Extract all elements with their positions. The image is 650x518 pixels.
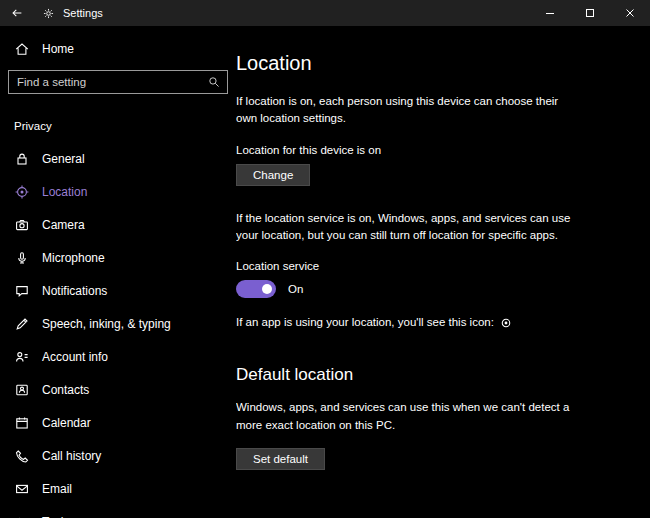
location-service-label: Location service	[236, 260, 630, 272]
location-intro-text: If location is on, each person using thi…	[236, 93, 581, 128]
location-service-row: On	[236, 280, 630, 298]
contacts-icon	[14, 382, 30, 398]
caption-buttons	[530, 0, 650, 26]
device-location-label: Location for this device is on	[236, 144, 630, 156]
location-service-description: If the location service is on, Windows, …	[236, 210, 581, 245]
toggle-state-label: On	[288, 283, 303, 295]
camera-icon	[14, 217, 30, 233]
sidebar-item-label: Home	[42, 42, 74, 56]
change-button[interactable]: Change	[236, 164, 310, 186]
main-content: Location If location is on, each person …	[236, 26, 650, 518]
sidebar-item-label: Speech, inking, & typing	[42, 317, 171, 331]
microphone-icon	[14, 250, 30, 266]
pen-icon	[14, 316, 30, 332]
account-icon	[14, 349, 30, 365]
back-arrow-icon	[10, 6, 24, 20]
window-title: Settings	[63, 7, 103, 19]
email-icon	[14, 481, 30, 497]
tasks-icon	[14, 514, 30, 518]
sidebar-item-label: Calendar	[42, 416, 91, 430]
search-input[interactable]	[9, 76, 201, 88]
window-body: Home Privacy General Location	[0, 26, 650, 518]
sidebar-item-label: Microphone	[42, 251, 105, 265]
page-title: Location	[236, 52, 630, 75]
sidebar-item-calendar[interactable]: Calendar	[0, 406, 236, 439]
phone-icon	[14, 448, 30, 464]
default-location-title: Default location	[236, 365, 630, 385]
location-icon	[14, 184, 30, 200]
sidebar-item-location[interactable]: Location	[0, 175, 236, 208]
sidebar-item-account-info[interactable]: Account info	[0, 340, 236, 373]
sidebar-item-general[interactable]: General	[0, 142, 236, 175]
sidebar-item-label: General	[42, 152, 85, 166]
minimize-button[interactable]	[530, 0, 570, 26]
sidebar-item-tasks[interactable]: Tasks	[0, 505, 236, 518]
sidebar-item-label: Location	[42, 185, 87, 199]
sidebar-item-notifications[interactable]: Notifications	[0, 274, 236, 307]
titlebar: Settings	[0, 0, 650, 26]
sidebar-item-camera[interactable]: Camera	[0, 208, 236, 241]
search-box	[8, 70, 228, 94]
notification-icon	[14, 283, 30, 299]
sidebar-item-label: Tasks	[42, 515, 73, 518]
location-service-toggle[interactable]	[236, 280, 276, 298]
maximize-button[interactable]	[570, 0, 610, 26]
sidebar-item-contacts[interactable]: Contacts	[0, 373, 236, 406]
sidebar-item-label: Email	[42, 482, 72, 496]
location-icon-note: If an app is using your location, you'll…	[236, 314, 630, 331]
sidebar-item-home[interactable]: Home	[0, 34, 236, 64]
sidebar-item-label: Contacts	[42, 383, 89, 397]
sidebar: Home Privacy General Location	[0, 26, 236, 518]
calendar-icon	[14, 415, 30, 431]
search-icon[interactable]	[201, 71, 227, 93]
sidebar-item-label: Call history	[42, 449, 101, 463]
sidebar-item-speech[interactable]: Speech, inking, & typing	[0, 307, 236, 340]
home-icon	[14, 41, 30, 57]
close-button[interactable]	[610, 0, 650, 26]
sidebar-item-label: Account info	[42, 350, 108, 364]
settings-window: Settings Home	[0, 0, 650, 518]
set-default-button[interactable]: Set default	[236, 448, 325, 470]
sidebar-item-microphone[interactable]: Microphone	[0, 241, 236, 274]
sidebar-item-email[interactable]: Email	[0, 472, 236, 505]
sidebar-section-privacy: Privacy	[0, 112, 236, 142]
sidebar-item-call-history[interactable]: Call history	[0, 439, 236, 472]
location-icon-note-text: If an app is using your location, you'll…	[236, 314, 494, 331]
settings-gear-icon	[42, 6, 56, 20]
sidebar-item-label: Notifications	[42, 284, 107, 298]
back-button[interactable]	[0, 0, 34, 26]
default-location-description: Windows, apps, and services can use this…	[236, 399, 581, 434]
lock-icon	[14, 151, 30, 167]
location-in-use-icon	[500, 317, 512, 329]
sidebar-item-label: Camera	[42, 218, 85, 232]
